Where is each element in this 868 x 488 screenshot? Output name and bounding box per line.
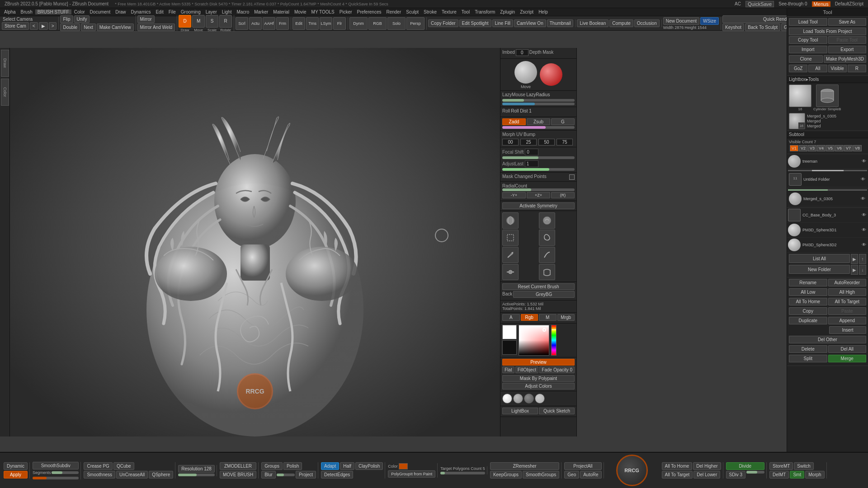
menu-tool[interactable]: Tool bbox=[459, 9, 472, 14]
fill-object-btn[interactable]: FillObject bbox=[515, 366, 539, 373]
play-camera-btn[interactable]: ▶ bbox=[39, 22, 48, 30]
morph-75-input[interactable] bbox=[557, 139, 573, 145]
menu-dynamics[interactable]: Dynamics bbox=[129, 9, 153, 14]
subtool-item-folder[interactable]: 11 Untitled Folder 👁 bbox=[788, 172, 867, 187]
morph-00-input[interactable] bbox=[502, 139, 519, 145]
menu-preferences[interactable]: Preferences bbox=[355, 9, 384, 14]
rgb-btn2[interactable]: Rgb bbox=[521, 314, 538, 321]
edit-spotlight-btn[interactable]: Edit Spotlight bbox=[459, 19, 491, 27]
menu-grooming[interactable]: Grooming bbox=[179, 9, 203, 14]
sphere2-eye-icon[interactable]: 👁 bbox=[862, 242, 867, 248]
split-btn[interactable]: Split bbox=[789, 355, 827, 362]
crease-pg-btn[interactable]: Crease PG bbox=[84, 462, 112, 470]
menu-macro[interactable]: Macro bbox=[234, 9, 251, 14]
persp-btn[interactable]: Persp bbox=[406, 17, 425, 30]
menu-draw[interactable]: Draw bbox=[113, 9, 128, 14]
swatch-mid[interactable] bbox=[513, 394, 523, 404]
subtool-item-sphere1[interactable]: PM3D_Sphere3D1 👁 bbox=[787, 223, 868, 238]
del-lower-btn[interactable]: Del Lower bbox=[693, 471, 720, 479]
knife-lazy-btn[interactable] bbox=[502, 247, 519, 263]
paste-tool-btn[interactable]: Paste Tool bbox=[828, 36, 867, 44]
all-high-btn[interactable]: All High bbox=[828, 288, 867, 296]
default-zscript-btn[interactable]: DefaultZScript bbox=[832, 1, 866, 6]
import-btn[interactable]: Import bbox=[789, 46, 827, 53]
main-tool-thumb[interactable] bbox=[789, 84, 811, 107]
menu-my-tools[interactable]: MY TOOLS bbox=[309, 9, 337, 14]
project-btn[interactable]: Project bbox=[296, 471, 316, 479]
flip-btn[interactable]: Flip bbox=[60, 15, 73, 23]
vtab-v1[interactable]: V1 bbox=[790, 145, 798, 151]
del-mt-btn[interactable]: DelMT bbox=[769, 471, 789, 479]
polygroupit-btn[interactable]: PolyGroupIt from Paint bbox=[388, 470, 435, 478]
menu-sculpt[interactable]: Sculpt bbox=[404, 9, 421, 14]
prev-camera-btn[interactable]: < bbox=[30, 22, 38, 30]
z-plus-btn[interactable]: +Z+ bbox=[527, 192, 550, 198]
transp-btn[interactable]: Trns bbox=[306, 17, 319, 30]
keep-groups-btn[interactable]: KeepGroups bbox=[490, 471, 522, 479]
m-btn[interactable]: M bbox=[539, 314, 557, 321]
draw-icon-btn[interactable]: D bbox=[179, 15, 191, 28]
smooth-subdiv-btn[interactable]: SmoothSubdiv bbox=[33, 462, 79, 469]
paste-btn[interactable]: Paste bbox=[828, 307, 867, 315]
mask-toggle[interactable] bbox=[569, 174, 575, 180]
load-tools-from-project-btn[interactable]: Load Tools From Project bbox=[789, 28, 866, 35]
zsub-btn[interactable]: Zsub bbox=[527, 118, 550, 125]
menu-material[interactable]: Material bbox=[271, 9, 292, 14]
list-all-btn[interactable]: List All bbox=[789, 254, 850, 263]
g-btn[interactable]: G bbox=[551, 118, 575, 125]
lightbox-btn[interactable]: LightBox bbox=[502, 408, 538, 414]
all-to-target-bottom-btn[interactable]: All To Target bbox=[662, 471, 693, 479]
quick-sketch-btn2[interactable]: Quick Sketch bbox=[539, 408, 575, 414]
vtab-v4[interactable]: V4 bbox=[817, 145, 826, 151]
left-panel-btn-1[interactable]: Draw bbox=[1, 50, 9, 77]
subtool-heading[interactable]: Subtool bbox=[787, 131, 868, 138]
menu-texture[interactable]: Texture bbox=[439, 9, 459, 14]
save-as-btn[interactable]: Save As bbox=[828, 18, 867, 26]
menu-zscript[interactable]: Zscript bbox=[518, 9, 536, 14]
line-fill-btn[interactable]: Line Fill bbox=[492, 19, 513, 27]
knife-curve-btn[interactable] bbox=[539, 247, 555, 263]
copy-folder-btn[interactable]: Copy Folder bbox=[428, 19, 458, 27]
morph-btn[interactable]: Morph bbox=[805, 471, 824, 479]
switch-btn[interactable]: Switch bbox=[794, 462, 813, 470]
rotate-icon-btn[interactable]: R bbox=[219, 15, 232, 28]
mirror-and-weld-btn[interactable]: Mirror And Weld bbox=[137, 23, 175, 31]
store-cam-btn[interactable]: Store Cam bbox=[2, 22, 29, 30]
export-btn[interactable]: Export bbox=[828, 46, 867, 53]
menu-light[interactable]: Light bbox=[220, 9, 234, 14]
vtab-v6[interactable]: V6 bbox=[835, 145, 844, 151]
lsym-btn[interactable]: LSym bbox=[320, 17, 332, 30]
groups-btn[interactable]: Groups bbox=[261, 462, 283, 470]
menu-stroke[interactable]: Stroke bbox=[421, 9, 439, 14]
mask-by-polypaint-btn[interactable]: Mask By Polypaint bbox=[502, 375, 575, 382]
detect-edges-btn[interactable]: DetectEdges bbox=[321, 471, 353, 479]
keyshot-btn[interactable]: Keyshot bbox=[722, 23, 744, 31]
live-boolean-btn[interactable]: Live Boolean bbox=[577, 19, 609, 27]
rgb-btn[interactable]: RGB bbox=[368, 17, 387, 30]
unify-btn[interactable]: Unify bbox=[74, 15, 90, 23]
mask-curve-btn[interactable] bbox=[539, 212, 555, 229]
material-sphere-red[interactable] bbox=[540, 63, 562, 86]
adapt-btn[interactable]: Adapt bbox=[321, 462, 339, 470]
all-low-btn[interactable]: All Low bbox=[789, 288, 827, 296]
swatch-darkest[interactable] bbox=[535, 394, 545, 404]
move-brush-btn[interactable]: MOVE BRUSH bbox=[220, 471, 256, 479]
dynamic-btn2[interactable]: Dynm bbox=[349, 17, 368, 30]
del-other-btn[interactable]: Del Other bbox=[789, 336, 866, 343]
folder-eye-icon[interactable]: 👁 bbox=[861, 177, 866, 182]
merged-eye-icon[interactable]: 👁 bbox=[861, 196, 866, 202]
clone-btn[interactable]: Clone bbox=[789, 55, 823, 63]
swatch-dark[interactable] bbox=[524, 394, 534, 404]
clip-curve-btn[interactable] bbox=[539, 264, 555, 280]
make-cam-view-btn[interactable]: Make CamView bbox=[97, 23, 134, 31]
greybg-btn[interactable]: GreyBG bbox=[513, 291, 575, 298]
divide-btn[interactable]: Divide bbox=[726, 462, 764, 470]
menu-help[interactable]: Help bbox=[536, 9, 550, 14]
quicksave-btn[interactable]: QuickSave bbox=[745, 1, 774, 7]
smoothness-btn[interactable]: Smoothness bbox=[84, 471, 115, 479]
new-folder-arrow2[interactable]: ↓ bbox=[859, 265, 866, 275]
zremesher-btn[interactable]: ZRemesher bbox=[490, 462, 559, 470]
scroll-btn[interactable]: Scrl bbox=[236, 17, 248, 30]
menu-alpha[interactable]: Alpha bbox=[2, 9, 18, 14]
visible-btn[interactable]: Visible bbox=[828, 65, 847, 72]
